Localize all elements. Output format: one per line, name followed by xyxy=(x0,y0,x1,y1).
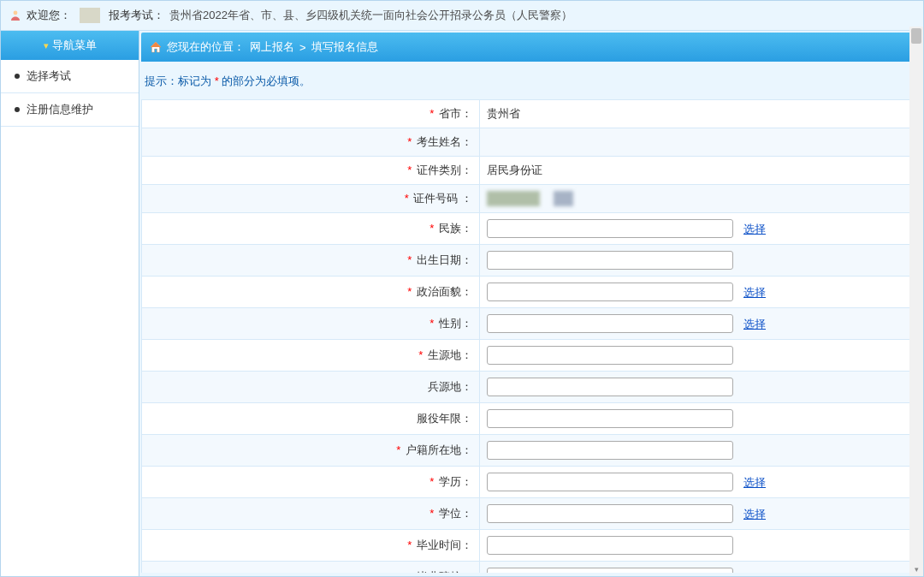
form-row: * 毕业时间： xyxy=(142,530,921,562)
welcome-label: 欢迎您： xyxy=(27,8,71,23)
bullet-icon xyxy=(15,74,20,79)
select-link[interactable]: 选择 xyxy=(743,223,766,235)
svg-point-0 xyxy=(14,11,18,15)
field-input[interactable] xyxy=(487,473,733,491)
field-input[interactable] xyxy=(487,409,733,428)
hint-suffix: 的部分为必填项。 xyxy=(222,74,311,87)
field-input[interactable] xyxy=(487,568,733,573)
form-row: * 毕业院校： xyxy=(142,562,921,574)
field-input[interactable] xyxy=(487,283,733,301)
field-label-text: 性别： xyxy=(439,317,472,330)
breadcrumb: 您现在的位置： 网上报名 > 填写报名信息 xyxy=(141,33,921,62)
breadcrumb-level1[interactable]: 网上报名 xyxy=(250,39,294,55)
required-star: * xyxy=(429,507,434,520)
user-icon xyxy=(9,9,21,21)
sidebar-item-register-info[interactable]: 注册信息维护 xyxy=(1,93,139,127)
select-link[interactable]: 选择 xyxy=(743,508,766,520)
field-label: 兵源地： xyxy=(142,372,480,403)
required-star: * xyxy=(418,348,423,361)
field-label: * 证件类别： xyxy=(142,157,480,185)
field-label: * 学位： xyxy=(142,498,480,530)
hint: 提示：标记为 * 的部分为必填项。 xyxy=(139,63,923,99)
form-table: * 省市：贵州省* 考生姓名：* 证件类别：居民身份证* 证件号码 ：* 民族：… xyxy=(141,99,921,573)
id-blurred xyxy=(487,191,589,206)
exam-name: 贵州省2022年省、市、县、乡四级机关统一面向社会公开招录公务员（人民警察） xyxy=(169,8,572,23)
field-label: * 生源地： xyxy=(142,340,480,372)
field-label-text: 学历： xyxy=(439,475,472,488)
form-scroll[interactable]: * 省市：贵州省* 考生姓名：* 证件类别：居民身份证* 证件号码 ：* 民族：… xyxy=(141,99,921,573)
content-area: 您现在的位置： 网上报名 > 填写报名信息 提示：标记为 * 的部分为必填项。 … xyxy=(139,31,923,576)
field-label-text: 服役年限： xyxy=(417,412,472,425)
form-row: * 民族：选择 xyxy=(142,213,921,245)
field-label: 服役年限： xyxy=(142,403,480,435)
select-link[interactable]: 选择 xyxy=(743,286,766,299)
field-label-text: 毕业院校： xyxy=(417,570,472,573)
field-label: * 出生日期： xyxy=(142,245,480,277)
field-label: * 证件号码 ： xyxy=(142,185,480,213)
field-value: 选择 xyxy=(480,498,921,530)
form-row: * 出生日期： xyxy=(142,245,921,277)
form-row: 兵源地： xyxy=(142,372,921,403)
field-value xyxy=(480,403,921,435)
chevron-down-icon: ▾ xyxy=(44,40,49,51)
field-label: * 考生姓名： xyxy=(142,128,480,157)
sidebar-item-label: 注册信息维护 xyxy=(27,102,93,117)
required-star: * xyxy=(429,475,434,488)
field-label-text: 民族： xyxy=(439,222,472,235)
nav-header: ▾ 导航菜单 xyxy=(1,31,139,60)
field-label: * 户籍所在地： xyxy=(142,435,480,467)
field-value xyxy=(480,530,921,562)
breadcrumb-sep: > xyxy=(299,41,306,54)
field-label: * 政治面貌： xyxy=(142,277,480,308)
field-label-text: 证件类别： xyxy=(417,164,472,176)
field-value: 选择 xyxy=(480,213,921,245)
required-star: * xyxy=(429,222,434,235)
sidebar: ▾ 导航菜单 选择考试 注册信息维护 xyxy=(1,31,139,576)
field-value xyxy=(480,562,921,574)
field-input[interactable] xyxy=(487,251,733,270)
field-value: 居民身份证 xyxy=(480,157,921,185)
field-text-value: 居民身份证 xyxy=(487,164,542,176)
field-input[interactable] xyxy=(487,219,733,238)
field-input[interactable] xyxy=(487,441,733,460)
select-link[interactable]: 选择 xyxy=(743,476,766,489)
field-value: 贵州省 xyxy=(480,100,921,128)
field-input[interactable] xyxy=(487,378,733,396)
topbar: 欢迎您： 报考考试： 贵州省2022年省、市、县、乡四级机关统一面向社会公开招录… xyxy=(1,1,923,31)
field-label: * 省市： xyxy=(142,100,480,128)
field-label-text: 考生姓名： xyxy=(417,135,472,148)
field-label: * 民族： xyxy=(142,213,480,245)
field-value xyxy=(480,245,921,277)
required-star: * xyxy=(396,443,400,456)
field-input[interactable] xyxy=(487,314,733,333)
field-label-text: 政治面貌： xyxy=(417,285,472,298)
scrollbar-track[interactable] xyxy=(909,27,923,576)
page-scrollbar[interactable]: ▴ ▾ xyxy=(909,27,923,576)
form-row: * 证件类别：居民身份证 xyxy=(142,157,921,185)
field-label: * 毕业院校： xyxy=(142,562,480,574)
field-input[interactable] xyxy=(487,346,733,365)
required-star: * xyxy=(429,317,434,330)
field-value xyxy=(480,185,921,213)
select-link[interactable]: 选择 xyxy=(743,318,766,330)
form-row: * 证件号码 ： xyxy=(142,185,921,213)
field-label-text: 省市： xyxy=(439,107,472,120)
field-input[interactable] xyxy=(487,536,733,555)
sidebar-item-select-exam[interactable]: 选择考试 xyxy=(1,60,139,93)
field-label-text: 兵源地： xyxy=(428,380,472,393)
form-row: * 性别：选择 xyxy=(142,308,921,340)
field-input[interactable] xyxy=(487,504,733,523)
form-row: * 生源地： xyxy=(142,340,921,372)
breadcrumb-loc: 您现在的位置： xyxy=(167,39,245,55)
breadcrumb-level2: 填写报名信息 xyxy=(311,39,378,55)
field-value: 选择 xyxy=(480,277,921,308)
required-star: * xyxy=(429,107,434,120)
sidebar-item-label: 选择考试 xyxy=(27,68,71,84)
required-star: * xyxy=(407,253,412,266)
scrollbar-thumb[interactable] xyxy=(911,28,921,44)
form-row: * 学历：选择 xyxy=(142,467,921,498)
field-label-text: 出生日期： xyxy=(417,253,472,266)
required-star: * xyxy=(407,538,412,551)
form-row: 服役年限： xyxy=(142,403,921,435)
scroll-down-icon[interactable]: ▾ xyxy=(909,562,923,576)
